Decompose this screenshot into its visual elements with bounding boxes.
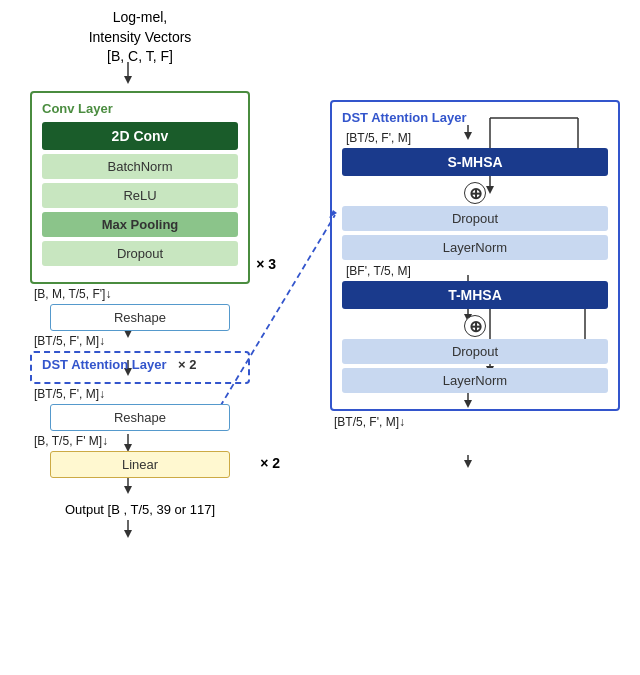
linear-box: Linear — [50, 451, 230, 478]
dst-times-label: × 2 — [178, 357, 196, 372]
conv-times-label: × 3 — [256, 256, 276, 272]
left-column: Log-mel, Intensity Vectors [B, C, T, F] … — [20, 0, 260, 517]
input-label: Log-mel, Intensity Vectors [B, C, T, F] — [20, 8, 260, 67]
conv-2d-block: 2D Conv — [42, 122, 238, 150]
reshape-box-1: Reshape — [50, 304, 230, 331]
smhsa-block: S-MHSA — [342, 148, 608, 176]
dst-right-title: DST Attention Layer — [342, 110, 608, 125]
dropout-2-block: Dropout — [342, 339, 608, 364]
dst-right-dim-mid: [BF', T/5, M] — [346, 264, 608, 278]
linear-times-label: × 2 — [260, 455, 280, 471]
dropout-conv-block: Dropout — [42, 241, 238, 266]
conv-layer-box: Conv Layer 2D Conv BatchNorm ReLU Max Po… — [30, 91, 250, 284]
diagram: Log-mel, Intensity Vectors [B, C, T, F] … — [0, 0, 640, 675]
output-label: Output [B , T/5, 39 or 117] — [20, 502, 260, 517]
dim-after-conv: [B, M, T/5, F']↓ — [34, 287, 260, 301]
dst-right-dim-out: [BT/5, F', M]↓ — [334, 415, 620, 429]
layernorm-1-block: LayerNorm — [342, 235, 608, 260]
dst-left-title: DST Attention Layer × 2 — [42, 357, 238, 372]
conv-layer-title: Conv Layer — [42, 101, 238, 116]
right-column: DST Attention Layer [BT/5, F', M] S-MHSA… — [330, 100, 620, 432]
input-dims: [B, C, T, F] — [107, 48, 173, 64]
plus-icon-1: ⊕ — [464, 182, 486, 204]
dim-after-dst: [BT/5, F', M]↓ — [34, 387, 260, 401]
dst-right-dim-in: [BT/5, F', M] — [346, 131, 608, 145]
relu-block: ReLU — [42, 183, 238, 208]
batchnorm-block: BatchNorm — [42, 154, 238, 179]
dropout-1-block: Dropout — [342, 206, 608, 231]
dst-left-box: DST Attention Layer × 2 — [30, 351, 250, 384]
reshape-box-2: Reshape — [50, 404, 230, 431]
plus-icon-2: ⊕ — [464, 315, 486, 337]
svg-marker-11 — [124, 530, 132, 538]
svg-marker-35 — [464, 460, 472, 468]
input-line1: Log-mel, — [113, 9, 167, 25]
maxpooling-block: Max Pooling — [42, 212, 238, 237]
tmhsa-residual-add: ⊕ — [342, 313, 608, 339]
dim-after-reshape1: [BT/5, F', M]↓ — [34, 334, 260, 348]
smhsa-residual-add: ⊕ — [342, 180, 608, 206]
dim-after-reshape2: [B, T/5, F' M]↓ — [34, 434, 260, 448]
input-line2: Intensity Vectors — [89, 29, 192, 45]
dst-right-box: DST Attention Layer [BT/5, F', M] S-MHSA… — [330, 100, 620, 411]
tmhsa-block: T-MHSA — [342, 281, 608, 309]
layernorm-2-block: LayerNorm — [342, 368, 608, 393]
